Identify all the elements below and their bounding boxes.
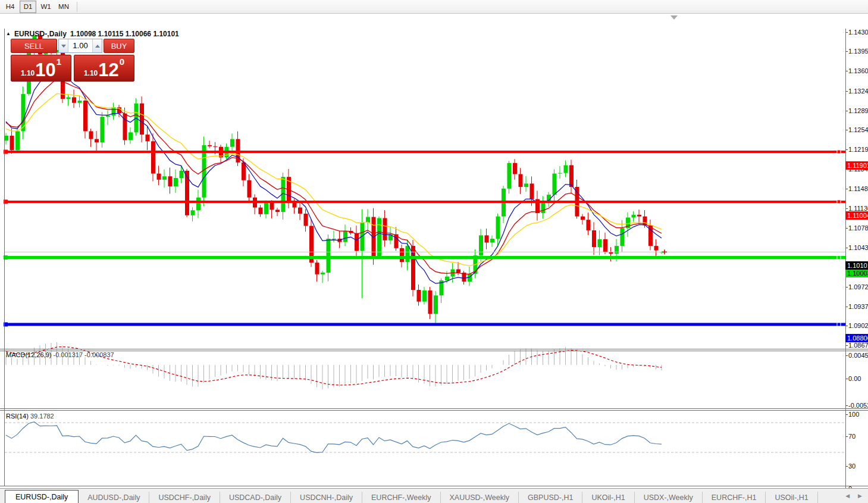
- tab-scroll-arrows: ◀ ▶: [845, 493, 862, 499]
- chart-title: ▲ EURUSD-,Daily 1.10098 1.10115 1.10066 …: [6, 29, 179, 39]
- macd-title: MACD(12,26,9): [6, 351, 51, 358]
- period-toolbar: H4 D1 W1 MN: [0, 0, 868, 14]
- macd-rsi-splitter[interactable]: [0, 408, 868, 409]
- period-button-mn[interactable]: MN: [55, 1, 72, 13]
- chart-window: ▲ EURUSD-,Daily 1.10098 1.10115 1.10066 …: [0, 14, 868, 503]
- chart-symbol-label: EURUSD-,Daily: [14, 30, 67, 38]
- symbol-tab-eurchf-h1[interactable]: EURCHF-,H1: [703, 492, 766, 503]
- sell-price-prefix: 1.10: [21, 69, 35, 77]
- symbol-tab-usdchf-daily[interactable]: USDCHF-,Daily: [149, 492, 220, 503]
- collapse-arrow-icon[interactable]: ▲: [6, 31, 11, 37]
- toolbar-separator: [77, 2, 77, 12]
- sell-price-button[interactable]: 1.10 10 1: [11, 55, 71, 82]
- price-tick-label: 1.13600: [848, 67, 868, 74]
- symbol-tab-eurchf-weekly[interactable]: EURCHF-,Weekly: [362, 492, 440, 503]
- rsi-title: RSI(14): [6, 413, 29, 420]
- macd-main-value: -0.001317: [53, 351, 83, 358]
- macd-label: MACD(12,26,9) -0.001317 -0.000837: [6, 351, 114, 358]
- macd-signal-value: -0.000837: [84, 351, 114, 358]
- price-macd-splitter[interactable]: [0, 349, 868, 349]
- period-button-w1[interactable]: W1: [37, 1, 54, 13]
- price-tick-label: 1.09720: [848, 283, 868, 290]
- price-tick-label: 1.10430: [848, 244, 868, 251]
- buy-price-button[interactable]: 1.10 12 0: [74, 55, 134, 82]
- sell-button[interactable]: SELL: [11, 39, 57, 53]
- symbol-tab-usoil-h1[interactable]: USOil-,H1: [766, 492, 817, 503]
- buy-price-pip: 0: [120, 57, 124, 67]
- price-tick-label: 1.14300: [848, 29, 868, 36]
- macd-pane-top-border: [0, 351, 868, 351]
- price-level-badge: 1.11004: [845, 211, 868, 220]
- rsi-label: RSI(14) 39.1782: [6, 413, 54, 420]
- price-axis[interactable]: 1.143001.139501.136001.132401.128901.125…: [0, 14, 868, 486]
- volume-increase-button[interactable]: [92, 39, 102, 52]
- price-tick-label: 1.13950: [848, 48, 868, 55]
- tab-scroll-left-icon[interactable]: ◀: [845, 493, 850, 499]
- sell-price-pip: 1: [57, 57, 61, 67]
- volume-decrease-button[interactable]: [59, 39, 68, 52]
- period-button-d1[interactable]: D1: [20, 1, 36, 13]
- tab-scroll-right-icon[interactable]: ▶: [858, 493, 862, 499]
- volume-spinner: 1.00: [58, 39, 102, 53]
- price-level-badge: 1.11901: [845, 161, 868, 170]
- rsi-pane-bottom-border: [0, 486, 868, 486]
- symbol-tab-xauusd-weekly[interactable]: XAUUSD-,Weekly: [441, 492, 519, 503]
- current-price-badge: 1.10101: [845, 261, 868, 270]
- macd-tick-label: 0.004536: [848, 352, 868, 359]
- one-click-trade-panel: SELL 1.00 BUY 1.10 10 1 1.10 12 0: [11, 39, 134, 82]
- price-tick-label: 1.12190: [848, 146, 868, 153]
- symbol-tab-audusd-daily[interactable]: AUDUSD-,Daily: [79, 492, 149, 503]
- price-level-badge: 1.10003: [845, 269, 868, 277]
- volume-input[interactable]: 1.00: [68, 39, 92, 52]
- price-tick-label: 1.09370: [848, 303, 868, 310]
- sell-price-big: 10: [35, 61, 55, 79]
- price-tick-label: 1.08670: [848, 342, 868, 349]
- price-level-badge: 1.08800: [845, 334, 868, 342]
- period-button-h4[interactable]: H4: [2, 1, 18, 13]
- price-tick-label: 1.10780: [848, 224, 868, 232]
- chart-ohlc-values: 1.10098 1.10115 1.10066 1.10101: [70, 30, 179, 38]
- price-tick-label: 1.13240: [848, 88, 868, 95]
- symbol-tab-gbpusd-h1[interactable]: GBPUSD-,H1: [519, 492, 582, 503]
- arrow-down-icon: [61, 45, 66, 48]
- price-tick-label: 1.12890: [848, 107, 868, 114]
- buy-price-prefix: 1.10: [84, 69, 98, 77]
- macd-tick-label: 0.00: [848, 375, 868, 382]
- buy-button[interactable]: BUY: [104, 39, 134, 53]
- price-tick-label: 1.12540: [848, 126, 868, 133]
- plot-left-border: [4, 29, 5, 486]
- price-tick-label: 1.11480: [848, 185, 868, 192]
- symbol-tab-eurusd-daily[interactable]: EURUSD-,Daily: [5, 490, 79, 503]
- rsi-value: 39.1782: [30, 413, 54, 420]
- rsi-tick-label: 30: [848, 463, 868, 470]
- rsi-pane-top-border: [0, 410, 868, 411]
- symbol-tab-bar: EURUSD-,DailyAUDUSD-,DailyUSDCHF-,DailyU…: [0, 488, 868, 503]
- symbol-tab-usdx-weekly[interactable]: USDX-,Weekly: [635, 492, 703, 503]
- price-tick-label: 1.09020: [848, 322, 868, 329]
- rsi-tick-label: 100: [848, 411, 868, 418]
- buy-price-big: 12: [98, 61, 118, 79]
- symbol-tab-usdcnh-daily[interactable]: USDCNH-,Daily: [291, 492, 362, 503]
- symbol-tab-ukoil-h1[interactable]: UKOil-,H1: [582, 492, 634, 503]
- arrow-up-icon: [95, 45, 100, 48]
- symbol-tab-usdcad-daily[interactable]: USDCAD-,Daily: [220, 492, 291, 503]
- rsi-tick-label: 70: [848, 433, 868, 440]
